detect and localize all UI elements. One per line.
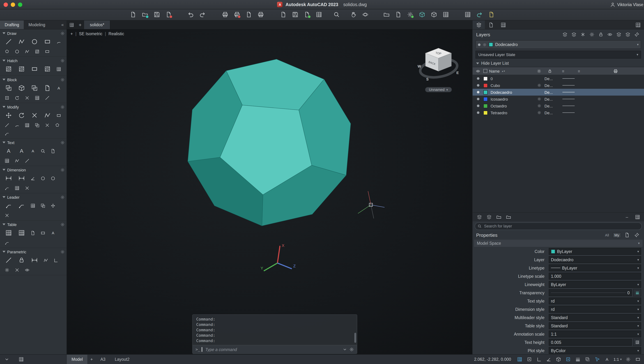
thaw-layer-icon[interactable]: [588, 31, 596, 38]
hatch-pattern-icon[interactable]: [2, 64, 14, 74]
tab-drafting[interactable]: Drafting: [0, 20, 24, 29]
linetype-dropdown[interactable]: ByLayer ▾: [549, 264, 641, 271]
layer-name[interactable]: Dodecaedro: [490, 90, 534, 94]
section-gear-icon[interactable]: [60, 140, 65, 145]
layer-search-box[interactable]: [475, 222, 642, 230]
draw-line-icon[interactable]: [2, 37, 14, 47]
viewcube-south-label[interactable]: S: [426, 77, 428, 81]
checkbox-icon[interactable]: [483, 69, 487, 73]
transparency-slider[interactable]: 0: [549, 289, 632, 296]
table-cell-icon[interactable]: [38, 229, 48, 236]
tab-layout2[interactable]: Layout2: [110, 355, 134, 364]
annotation-scale-dropdown[interactable]: 1:1 ▾: [549, 330, 641, 338]
section-gear-icon[interactable]: [60, 31, 65, 36]
geometric-constraint-icon[interactable]: [2, 255, 14, 265]
recent-commands-icon[interactable]: [342, 347, 347, 352]
rotate-icon[interactable]: [16, 110, 27, 120]
layer-visibility-icon[interactable]: [472, 104, 483, 107]
layer-name[interactable]: Cubo: [490, 83, 534, 88]
annotation-scale-control[interactable]: 1:1 ▾: [614, 357, 622, 362]
layer-name[interactable]: Icosaedro: [490, 97, 534, 101]
sort-icon[interactable]: ▲▼: [502, 70, 505, 72]
constraint-settings-icon[interactable]: [2, 266, 12, 274]
plot-preview-icon[interactable]: [232, 10, 242, 19]
layer-name[interactable]: 0: [490, 76, 534, 81]
insert-table-icon[interactable]: [2, 228, 14, 238]
clean-screen-icon[interactable]: [635, 356, 641, 362]
selection-type-dropdown[interactable]: Model Space ▾: [474, 240, 642, 247]
current-layer-dropdown[interactable]: Dodecaedro ▾: [476, 40, 641, 49]
dynamic-input-icon[interactable]: [594, 356, 600, 362]
table-export-icon[interactable]: [28, 229, 38, 236]
grid-display-icon[interactable]: [516, 356, 523, 362]
explode-icon[interactable]: [53, 122, 62, 129]
disclosure-icon[interactable]: [2, 60, 6, 62]
layer-settings-icon[interactable]: [504, 214, 512, 221]
linear-dimension-icon[interactable]: [2, 173, 14, 183]
layer-row-cubo[interactable]: Cubo De...: [472, 82, 644, 89]
share-drawing-icon[interactable]: [475, 10, 484, 19]
linetype-scale-field[interactable]: 1.000: [549, 273, 641, 280]
leader-edit-icon[interactable]: [16, 200, 27, 210]
snap-mode-icon[interactable]: [526, 356, 532, 362]
layer-state-dropdown[interactable]: Unsaved Layer State ▾: [476, 51, 641, 58]
layer-lineweight[interactable]: De...: [544, 97, 562, 101]
dodecahedron-model[interactable]: [186, 57, 352, 230]
model-viewport[interactable]: + | SE Isometric | Realistic: [67, 30, 472, 355]
paste-clip-icon[interactable]: [291, 10, 300, 19]
layer-row-tetraedro[interactable]: Tetraedro De...: [472, 109, 644, 116]
settings-tools-icon[interactable]: [406, 10, 415, 19]
section-gear-icon[interactable]: [60, 222, 65, 226]
create-block-icon[interactable]: [16, 83, 27, 93]
multileader-icon[interactable]: [2, 200, 14, 210]
draw-polygon-icon[interactable]: [2, 48, 12, 55]
tab-modeling[interactable]: Modeling: [24, 20, 50, 29]
layer-visibility-icon[interactable]: [472, 84, 483, 86]
draw-region-icon[interactable]: [43, 48, 52, 55]
layer-row-icosaedro[interactable]: Icosaedro De...: [472, 96, 644, 102]
clip-reference-icon[interactable]: [394, 10, 403, 19]
transparency-display-icon[interactable]: [584, 356, 591, 362]
array-icon[interactable]: [23, 122, 32, 129]
angular-dimension-icon[interactable]: [28, 175, 38, 182]
aligned-dimension-icon[interactable]: [16, 173, 27, 183]
layer-search-input[interactable]: [483, 224, 639, 228]
parallel-constraint-icon[interactable]: [41, 256, 50, 264]
new-layout-button[interactable]: +: [88, 355, 96, 364]
annotation-visibility-icon[interactable]: [604, 356, 610, 362]
group-icon[interactable]: [314, 10, 324, 19]
transparency-options-button[interactable]: [633, 289, 641, 296]
object-select-icon[interactable]: [332, 10, 341, 19]
text-height-picker-button[interactable]: [633, 338, 641, 346]
dimensional-constraint-icon[interactable]: [28, 255, 40, 265]
layer-linetype-sample[interactable]: [562, 112, 584, 113]
layer-color-swatch[interactable]: [483, 110, 488, 115]
draw-spline-icon[interactable]: [23, 48, 32, 55]
layer-visibility-icon[interactable]: [472, 77, 483, 80]
section-plane-icon[interactable]: [441, 10, 450, 19]
single-line-text-icon[interactable]: [16, 146, 27, 156]
block-sync-icon[interactable]: [12, 94, 22, 101]
layer-dropdown[interactable]: Dodecaedro ▾: [549, 256, 641, 263]
layer-states-icon[interactable]: [476, 214, 483, 221]
delete-constraint-icon[interactable]: [12, 266, 22, 274]
save-icon[interactable]: [152, 10, 161, 19]
sheet-set-manager-icon[interactable]: [463, 10, 472, 19]
layer-lineweight[interactable]: De...: [544, 90, 562, 94]
palette-collapse-button[interactable]: «: [58, 20, 66, 29]
join-icon[interactable]: [2, 130, 12, 137]
copy-clip-icon[interactable]: [279, 10, 288, 19]
disclosure-icon[interactable]: [2, 142, 6, 143]
layer-row-octaedro[interactable]: Octaedro De...: [472, 102, 644, 109]
scale-icon[interactable]: [54, 112, 63, 119]
insert-block-icon[interactable]: [2, 83, 14, 93]
text-height-field[interactable]: 0.005: [549, 339, 632, 346]
draw-ellipse-icon[interactable]: [12, 48, 22, 55]
draw-hatch-icon[interactable]: [33, 48, 42, 55]
dimension-style-icon[interactable]: [12, 184, 22, 192]
leader-remove-icon[interactable]: [2, 212, 12, 219]
edit-block-icon[interactable]: [28, 83, 40, 93]
hatch-gradient-icon[interactable]: [16, 64, 27, 74]
lineweight-display-icon[interactable]: [575, 356, 581, 362]
minimize-window-button[interactable]: [11, 2, 15, 7]
